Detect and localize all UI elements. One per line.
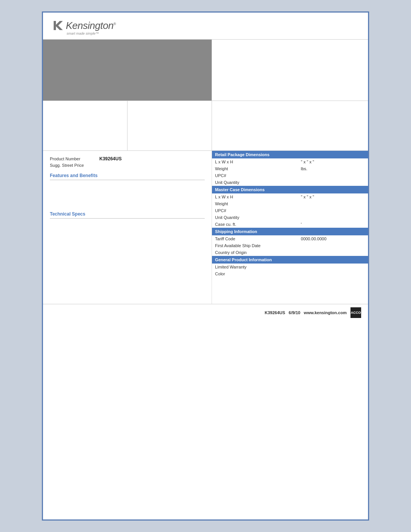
technical-specs-content [50,222,205,299]
brand-name-text: Kensington [66,20,113,31]
master-weight-label: Weight [212,200,298,207]
page-footer: K39264US 6/9/10 www.kensington.com ACCO [43,304,368,321]
shipping-header-row: Shipping Information [212,228,368,235]
master-upc-label: UPC# [212,207,298,214]
retail-dimensions-row: L x W x H " x " x " [212,158,368,165]
master-weight-row: Weight [212,200,368,207]
origin-value [298,249,368,256]
image-section-bottom [43,101,368,151]
retail-header-row: Retail Package Dimensions [212,151,368,158]
master-upc-value [298,207,368,214]
features-content [50,184,205,207]
content-left: Product Number K39264US Sugg. Street Pri… [43,151,212,304]
retail-upc-row: UPC# [212,172,368,179]
product-sheet: Kensington® smart made simple™ Product N… [42,11,369,521]
retail-dimensions-value: " x " x " [298,158,368,165]
warranty-row: Limited Warranty [212,264,368,270]
master-upc-row: UPC# [212,207,368,214]
sub-image-2 [127,101,212,150]
general-header-row: General Product Information [212,256,368,264]
header: Kensington® smart made simple™ [43,13,368,39]
retail-weight-row: Weight lbs. [212,165,368,172]
tariff-row: Tariff Code 0000.00.0000 [212,235,368,242]
footer-date: 6/9/10 [289,310,301,315]
general-section-header: General Product Information [212,256,368,264]
color-value [298,270,368,277]
street-price-label: Sugg. Street Price [50,163,99,168]
tagline: smart made simple™ [67,32,359,35]
ship-date-row: First Available Ship Date [212,242,368,249]
k-icon [52,19,64,32]
retail-dimensions-label: L x W x H [212,158,298,165]
origin-row: Country of Origin [212,249,368,256]
tariff-label: Tariff Code [212,235,298,242]
product-number-value: K39264US [99,156,122,161]
content-section: Product Number K39264US Sugg. Street Pri… [43,151,368,304]
product-number-label: Product Number [50,157,99,161]
color-label: Color [212,270,298,277]
footer-website: www.kensington.com [304,310,347,315]
master-dimensions-label: L x W x H [212,193,298,200]
sub-image-3 [212,101,368,150]
retail-section-header: Retail Package Dimensions [212,151,368,158]
product-number-row: Product Number K39264US [50,156,205,161]
ship-date-label: First Available Ship Date [212,242,298,249]
acco-badge: ACCO [350,307,361,318]
master-case-cu-value: ' [298,221,368,228]
master-dimensions-value: " x " x " [298,193,368,200]
shipping-section-header: Shipping Information [212,228,368,235]
master-case-cu-label: Case cu. ft. [212,221,298,228]
main-product-image [43,40,212,101]
warranty-label: Limited Warranty [212,264,298,270]
master-dimensions-row: L x W x H " x " x " [212,193,368,200]
kensington-logo: Kensington® smart made simple™ [52,19,359,35]
street-price-row: Sugg. Street Price [50,163,205,168]
retail-unit-qty-label: Unit Quantity [212,179,298,186]
technical-specs-heading: Technical Specs [50,211,205,217]
master-case-cu-row: Case cu. ft. ' [212,221,368,228]
retail-unit-qty-row: Unit Quantity [212,179,368,186]
side-image [212,40,368,101]
origin-label: Country of Origin [212,249,298,256]
features-heading: Features and Benefits [50,173,205,178]
retail-unit-qty-value [298,179,368,186]
retail-weight-label: Weight [212,165,298,172]
footer-info: K39264US 6/9/10 www.kensington.com [265,310,347,315]
tariff-value: 0000.00.0000 [298,235,368,242]
master-unit-qty-row: Unit Quantity [212,214,368,221]
master-unit-qty-value [298,214,368,221]
sub-image-1 [43,101,127,150]
retail-weight-value: lbs. [298,165,368,172]
color-row: Color [212,270,368,277]
acco-label: ACCO [351,311,361,315]
technical-specs-divider [50,218,205,219]
features-divider [50,180,205,180]
content-right: Retail Package Dimensions L x W x H " x … [212,151,368,304]
master-section-header: Master Case Dimensions [212,186,368,193]
master-header-row: Master Case Dimensions [212,186,368,193]
retail-upc-value [298,172,368,179]
warranty-value [298,264,368,270]
master-weight-value [298,200,368,207]
spacer-row [212,277,368,285]
master-unit-qty-label: Unit Quantity [212,214,298,221]
footer-product-code: K39264US [265,310,285,315]
svg-marker-0 [54,21,63,30]
image-section-top [43,39,368,101]
retail-upc-label: UPC# [212,172,298,179]
trademark: ® [113,22,116,26]
ship-date-value [298,242,368,249]
info-table: Retail Package Dimensions L x W x H " x … [212,151,368,285]
brand-name: Kensington® [66,20,116,32]
